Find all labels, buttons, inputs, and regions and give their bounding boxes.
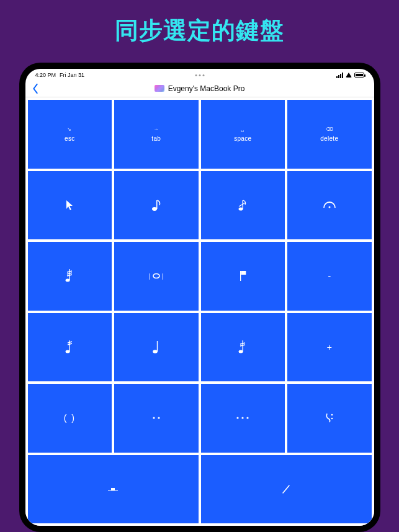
key-row-4: +: [28, 313, 372, 382]
eighth-note-key[interactable]: [114, 171, 199, 240]
grace-note-key[interactable]: [201, 171, 285, 240]
svg-text:|: |: [149, 273, 151, 280]
svg-rect-14: [240, 271, 241, 281]
svg-point-27: [158, 417, 159, 419]
delete-key[interactable]: ⌫ delete: [287, 100, 372, 169]
svg-point-2: [239, 207, 243, 210]
svg-point-0: [152, 207, 157, 211]
esc-key[interactable]: ↘ esc: [28, 100, 112, 169]
clef-key[interactable]: [287, 384, 372, 453]
back-button[interactable]: [32, 82, 39, 95]
plus-icon: +: [327, 342, 332, 352]
rest-key[interactable]: [28, 455, 199, 524]
svg-point-30: [247, 417, 249, 419]
key-row-2: [28, 171, 372, 240]
svg-text:|: |: [162, 273, 164, 280]
tremolo3-icon: [65, 269, 74, 283]
svg-rect-34: [111, 488, 115, 490]
svg-line-18: [68, 342, 72, 343]
three-dots-key[interactable]: [201, 384, 285, 453]
flag-note-key[interactable]: [201, 242, 285, 311]
tremolo2-icon: [238, 340, 247, 354]
svg-point-5: [328, 206, 330, 208]
svg-point-32: [331, 418, 333, 420]
device-wallpaper-icon: [155, 85, 164, 92]
nav-title: Evgeny's MacBook Pro: [168, 84, 245, 93]
fermata-icon: [323, 201, 336, 210]
slash-key[interactable]: [201, 455, 372, 524]
svg-line-4: [239, 203, 245, 206]
status-time: 4:20 PM: [35, 72, 56, 78]
space-label: space: [234, 135, 251, 142]
parentheses-icon: ( ): [64, 413, 76, 423]
slash-icon: [280, 484, 292, 495]
svg-rect-7: [69, 269, 70, 280]
svg-point-16: [66, 350, 70, 353]
status-bar: 4:20 PM Fri Jan 31: [25, 69, 374, 80]
esc-symbol: ↘: [67, 126, 72, 133]
multitask-dots: [195, 74, 204, 76]
space-key[interactable]: ␣ space: [201, 100, 285, 169]
svg-line-24: [240, 343, 245, 344]
space-symbol: ␣: [241, 126, 244, 133]
grace-note-icon: [238, 199, 248, 211]
svg-line-25: [240, 345, 245, 346]
sixteenth-note-key[interactable]: [28, 313, 112, 382]
svg-point-12: [153, 274, 159, 278]
svg-point-28: [237, 417, 239, 419]
svg-point-29: [242, 417, 244, 419]
whole-note-bracket-icon: ||: [149, 272, 164, 280]
delete-label: delete: [320, 135, 338, 142]
key-row-5: ( ): [28, 384, 372, 453]
status-date: Fri Jan 31: [60, 72, 84, 78]
wifi-icon: [346, 73, 352, 78]
key-row-6: [28, 455, 372, 524]
svg-point-20: [153, 350, 158, 353]
rest-icon: [107, 486, 119, 492]
two-dots-key[interactable]: [114, 384, 199, 453]
cellular-icon: [336, 73, 343, 78]
flag-note-icon: [238, 270, 247, 282]
svg-point-31: [331, 414, 333, 416]
tab-label: tab: [151, 135, 161, 142]
esc-label: esc: [65, 135, 74, 142]
svg-point-6: [66, 279, 70, 282]
tremolo2-key[interactable]: [201, 313, 285, 382]
cursor-key[interactable]: [28, 171, 112, 240]
cursor-icon: [65, 200, 74, 211]
plus-key[interactable]: +: [287, 313, 372, 382]
device-frame: 4:20 PM Fri Jan 31 Evgeny's MacBook Pro: [19, 63, 380, 532]
minus-icon: -: [328, 271, 331, 281]
svg-rect-21: [157, 341, 158, 352]
clef-icon: [323, 411, 336, 425]
tremolo3-key[interactable]: [28, 242, 112, 311]
sixteenth-note-icon: [65, 340, 74, 354]
key-row-3: || -: [28, 242, 372, 311]
svg-rect-23: [243, 340, 243, 352]
svg-rect-1: [156, 200, 158, 209]
tab-symbol: →: [153, 126, 159, 133]
parentheses-key[interactable]: ( ): [28, 384, 112, 453]
tab-key[interactable]: → tab: [114, 100, 199, 169]
two-dots-icon: [151, 416, 161, 420]
svg-line-35: [283, 485, 289, 493]
delete-symbol: ⌫: [326, 126, 333, 133]
device-screen: 4:20 PM Fri Jan 31 Evgeny's MacBook Pro: [25, 69, 374, 526]
quarter-note-icon: [153, 340, 160, 354]
battery-icon: [354, 73, 364, 78]
svg-line-19: [68, 344, 72, 345]
nav-bar: Evgeny's MacBook Pro: [25, 80, 374, 97]
svg-point-26: [153, 417, 155, 419]
key-row-1: ↘ esc → tab ␣ space ⌫ delete: [28, 100, 372, 169]
page-title: 同步選定的鍵盤: [115, 15, 284, 47]
three-dots-icon: [236, 416, 249, 420]
fermata-key[interactable]: [287, 171, 372, 240]
svg-point-22: [239, 350, 243, 353]
quarter-note-key[interactable]: [114, 313, 199, 382]
key-grid: ↘ esc → tab ␣ space ⌫ delete: [25, 97, 374, 526]
svg-rect-15: [241, 271, 246, 275]
eighth-note-icon: [151, 199, 161, 211]
minus-key[interactable]: -: [287, 242, 372, 311]
whole-note-bracket-key[interactable]: ||: [114, 242, 199, 311]
